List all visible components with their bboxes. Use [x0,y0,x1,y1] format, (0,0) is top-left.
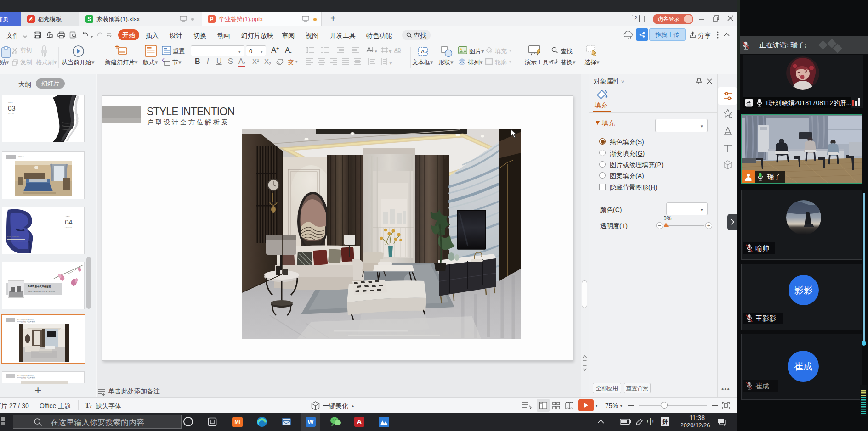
svg-text:S: S [87,16,91,22]
svg-text:P: P [210,16,213,22]
svg-text:AB: AB [394,47,401,53]
svg-text:▾: ▾ [375,49,377,54]
svg-text:▾: ▾ [390,61,392,65]
svg-text:B: B [554,61,556,65]
svg-text:▾: ▾ [389,49,391,54]
svg-text:A: A [421,49,425,54]
